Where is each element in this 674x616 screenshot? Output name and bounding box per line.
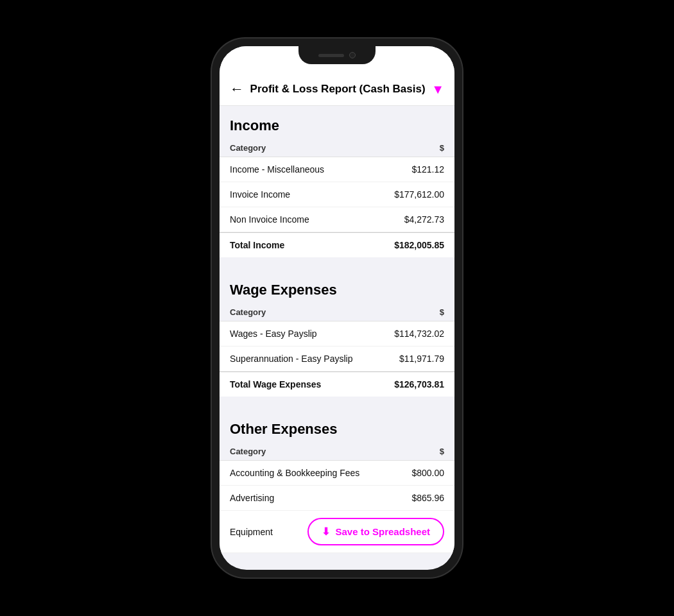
row-value: $800.00 xyxy=(411,468,444,478)
table-row[interactable]: Wages - Easy Payslip $114,732.02 xyxy=(220,321,454,346)
income-table: Category $ Income - Miscellaneous $121.1… xyxy=(220,139,454,257)
wage-col-amount: $ xyxy=(440,307,444,317)
section-gap xyxy=(220,397,454,409)
row-label: Non Invoice Income xyxy=(230,214,309,225)
nav-header: ← Profit & Loss Report (Cash Basis) ▼ xyxy=(220,74,454,106)
other-col-category: Category xyxy=(230,447,266,456)
row-label: Advertising xyxy=(230,493,274,503)
wage-table-header: Category $ xyxy=(220,304,454,321)
phone-shell: ← Profit & Loss Report (Cash Basis) ▼ In… xyxy=(212,38,462,578)
camera xyxy=(349,52,356,58)
other-expenses-title: Other Expenses xyxy=(230,421,338,437)
status-bar xyxy=(220,46,454,74)
row-label: Superannuation - Easy Payslip xyxy=(230,354,352,364)
income-title: Income xyxy=(230,117,279,133)
other-expenses-table: Category $ Accounting & Bookkeeping Fees… xyxy=(220,443,454,553)
download-icon: ⬇ xyxy=(322,526,330,538)
bottom-spacer xyxy=(220,553,454,565)
row-label: Equipment xyxy=(230,527,273,537)
row-value: $11,971.79 xyxy=(399,354,444,364)
wage-section-header: Wage Expenses xyxy=(220,270,454,304)
row-value: $121.12 xyxy=(411,164,444,175)
other-expenses-table-header: Category $ xyxy=(220,443,454,461)
income-table-header: Category $ xyxy=(220,139,454,157)
income-total-value: $182,005.85 xyxy=(394,240,444,250)
table-row[interactable]: Advertising $865.96 xyxy=(220,486,454,511)
row-label: Accounting & Bookkeeping Fees xyxy=(230,468,359,478)
income-col-amount: $ xyxy=(440,143,444,153)
wage-title: Wage Expenses xyxy=(230,282,337,298)
filter-icon[interactable]: ▼ xyxy=(431,82,444,97)
phone-screen: ← Profit & Loss Report (Cash Basis) ▼ In… xyxy=(220,46,454,570)
row-value: $865.96 xyxy=(411,493,444,503)
wage-col-category: Category xyxy=(230,307,266,317)
table-row[interactable]: Invoice Income $177,612.00 xyxy=(220,182,454,207)
back-button[interactable]: ← xyxy=(230,81,244,98)
other-expenses-section-header: Other Expenses xyxy=(220,409,454,443)
income-col-category: Category xyxy=(230,143,266,153)
income-total-label: Total Income xyxy=(230,240,284,250)
save-button-label: Save to Spreadsheet xyxy=(335,526,430,537)
wage-total-value: $126,703.81 xyxy=(394,379,444,389)
table-row[interactable]: Non Invoice Income $4,272.73 xyxy=(220,207,454,232)
income-total-row: Total Income $182,005.85 xyxy=(220,232,454,257)
save-spreadsheet-button[interactable]: ⬇ Save to Spreadsheet xyxy=(307,518,444,545)
wage-total-row: Total Wage Expenses $126,703.81 xyxy=(220,372,454,397)
page-title: Profit & Loss Report (Cash Basis) xyxy=(244,83,431,96)
other-col-amount: $ xyxy=(440,447,444,456)
section-gap xyxy=(220,257,454,270)
row-value: $177,612.00 xyxy=(394,189,444,200)
row-value: $4,272.73 xyxy=(404,214,444,225)
speaker xyxy=(318,54,344,57)
row-value: $114,732.02 xyxy=(394,329,444,339)
scroll-content[interactable]: Income Category $ Income - Miscellaneous… xyxy=(220,106,454,565)
wage-total-label: Total Wage Expenses xyxy=(230,379,321,389)
row-label: Income - Miscellaneous xyxy=(230,164,324,175)
row-label: Wages - Easy Payslip xyxy=(230,329,317,339)
row-label: Invoice Income xyxy=(230,189,290,200)
wage-table: Category $ Wages - Easy Payslip $114,732… xyxy=(220,304,454,397)
table-row[interactable]: Equipment ⬇ Save to Spreadsheet xyxy=(220,511,454,553)
table-row[interactable]: Income - Miscellaneous $121.12 xyxy=(220,157,454,182)
table-row[interactable]: Superannuation - Easy Payslip $11,971.79 xyxy=(220,346,454,372)
table-row[interactable]: Accounting & Bookkeeping Fees $800.00 xyxy=(220,461,454,486)
notch xyxy=(298,46,376,64)
income-section-header: Income xyxy=(220,106,454,139)
